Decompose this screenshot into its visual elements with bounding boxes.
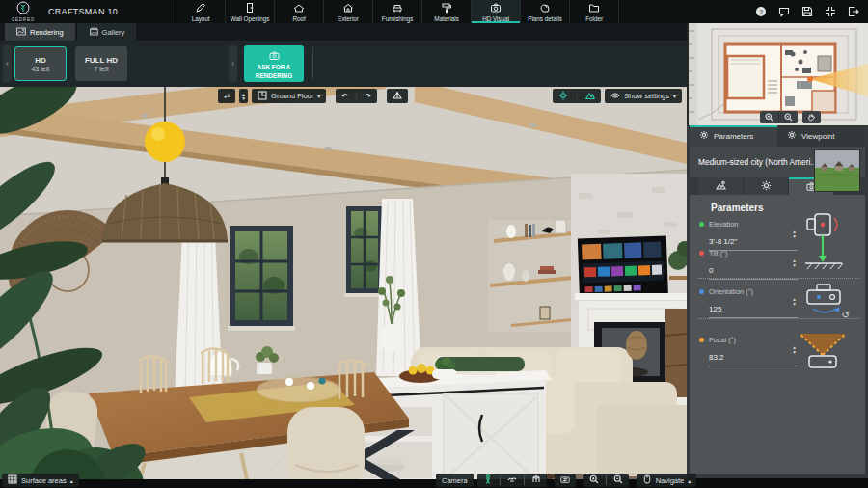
pencil-icon bbox=[195, 2, 206, 14]
save-icon[interactable] bbox=[800, 6, 813, 18]
cedreo-logo-icon bbox=[16, 1, 30, 18]
navigate-dropdown[interactable]: Navigate ▴ bbox=[637, 474, 697, 487]
view-mode-group bbox=[477, 474, 547, 487]
exit-icon[interactable] bbox=[847, 6, 859, 18]
minimap-pan-button[interactable] bbox=[802, 111, 821, 123]
chevron-up-icon: ▴ bbox=[688, 477, 691, 484]
surface-areas-button[interactable]: Surface areas ▴ bbox=[2, 474, 79, 487]
pyramid-icon bbox=[393, 91, 402, 102]
focal-field[interactable]: Focal (°) 83.2▴▾ bbox=[699, 336, 807, 366]
menu-item-plans-details[interactable]: Plans details bbox=[520, 0, 569, 23]
folder-icon bbox=[588, 2, 600, 14]
show-settings-dropdown[interactable]: Show settings ▾ bbox=[605, 89, 682, 103]
tab-gallery[interactable]: Gallery bbox=[77, 23, 137, 41]
tilt-spinner[interactable]: ▴▾ bbox=[793, 258, 796, 267]
svg-text:?: ? bbox=[758, 8, 762, 16]
environment-thumbnail[interactable] bbox=[814, 149, 860, 192]
chevron-down-icon: ▾ bbox=[673, 93, 676, 99]
menu-item-materials[interactable]: Materials bbox=[421, 0, 471, 23]
menu-item-wall-openings[interactable]: Wall Openings bbox=[225, 0, 274, 23]
door-icon bbox=[244, 2, 256, 14]
subtab-environment[interactable] bbox=[698, 177, 744, 195]
floor-selector-dropdown[interactable]: Ground Floor ▾ bbox=[252, 89, 326, 103]
gear-icon bbox=[699, 130, 709, 142]
panel-tabs: Parameters Viewpoint bbox=[690, 125, 865, 147]
minimap-zoom-in-button[interactable] bbox=[760, 111, 778, 123]
environment-toggles: | bbox=[553, 89, 601, 103]
zoom-in-icon[interactable] bbox=[589, 474, 599, 486]
reset-rotation-icon[interactable]: ↺ bbox=[842, 311, 850, 320]
roof-3d-button[interactable] bbox=[387, 89, 408, 103]
orientation-dot bbox=[699, 289, 704, 294]
3d-viewport[interactable]: ⇄ ▴▾ Ground Floor ▾ ↶ | ↷ | bbox=[0, 87, 687, 488]
menu-item-roof[interactable]: Roof bbox=[274, 0, 323, 23]
minimap-zoom-out-button[interactable] bbox=[778, 111, 798, 123]
tab-rendering[interactable]: Rendering bbox=[5, 23, 75, 41]
sun-icon[interactable] bbox=[558, 91, 568, 102]
redo-icon[interactable]: ↷ bbox=[366, 92, 371, 100]
rendering-options-bar: ‹ HD 43 left FULL HD 7 left › ASK FOR A … bbox=[0, 41, 687, 87]
swap-view-button[interactable]: ⇄ bbox=[218, 89, 235, 103]
help-icon[interactable]: ? bbox=[754, 6, 767, 18]
menu-item-folder[interactable]: Folder bbox=[569, 0, 619, 23]
menu-item-furnishings[interactable]: Furnishings bbox=[372, 0, 421, 23]
perspective-view-icon[interactable] bbox=[531, 474, 541, 486]
elevation-spinner[interactable]: ▴▾ bbox=[793, 230, 796, 238]
orientation-field[interactable]: Orientation (°) 125▴▾ bbox=[699, 287, 807, 318]
person-view-icon[interactable] bbox=[483, 474, 493, 486]
view-tabs: Rendering Gallery bbox=[0, 23, 687, 41]
armchair-icon bbox=[392, 2, 403, 14]
menu-item-hd-visual[interactable]: HD Visual bbox=[471, 0, 520, 23]
undo-icon[interactable]: ↶ bbox=[341, 92, 347, 100]
terrain-icon[interactable] bbox=[585, 91, 595, 102]
camera-icon bbox=[490, 2, 502, 14]
house-icon bbox=[342, 2, 354, 14]
environment-selector[interactable]: Medium-sized city (North Ameri... bbox=[690, 147, 865, 177]
floor-plan-minimap[interactable] bbox=[687, 23, 868, 125]
full-hd-resolution-button[interactable]: FULL HD 7 left bbox=[75, 46, 127, 81]
swap-icon: ⇄ bbox=[224, 92, 230, 100]
window-left bbox=[228, 226, 295, 331]
menu-item-exterior[interactable]: Exterior bbox=[323, 0, 372, 23]
floor-spinner-icon: ▴▾ bbox=[242, 93, 245, 100]
cedreo-logo[interactable]: CEDREO bbox=[2, 1, 44, 22]
floor-plan-icon bbox=[258, 91, 267, 102]
mouse-icon bbox=[642, 474, 652, 486]
aerial-view-icon[interactable] bbox=[507, 474, 517, 486]
environment-name: Medium-sized city (North Ameri... bbox=[698, 157, 817, 167]
cedreo-app: CEDREO CRAFTSMAN 10 Layout Wall Openings… bbox=[0, 0, 868, 488]
section-title: Parameters bbox=[711, 203, 763, 213]
paint-roller-icon bbox=[441, 2, 452, 14]
scroll-right-button[interactable]: › bbox=[229, 45, 237, 82]
sun-icon bbox=[761, 177, 772, 195]
viewport-toolbar-right: | Show settings ▾ bbox=[553, 89, 682, 103]
menu-item-layout[interactable]: Layout bbox=[176, 0, 225, 23]
ask-for-rendering-button[interactable]: ASK FOR A RENDERING bbox=[244, 45, 304, 82]
subtab-lighting[interactable] bbox=[744, 177, 789, 195]
camera-position-dot bbox=[807, 76, 813, 82]
tilt-field[interactable]: Tilt (°) 0▴▾ bbox=[699, 249, 807, 280]
orientation-spinner[interactable]: ▴▾ bbox=[793, 297, 796, 306]
comments-icon[interactable] bbox=[777, 6, 790, 18]
zoom-out-icon[interactable] bbox=[613, 474, 623, 486]
divider bbox=[312, 47, 313, 80]
scroll-left-button[interactable]: ‹ bbox=[3, 45, 12, 82]
hd-resolution-button[interactable]: HD 43 left bbox=[14, 46, 67, 81]
camera-switch-button[interactable] bbox=[555, 474, 576, 487]
terrain-pin-icon bbox=[716, 177, 726, 195]
tab-parameters[interactable]: Parameters bbox=[690, 125, 777, 147]
viewport-toolbar-left: ⇄ ▴▾ Ground Floor ▾ ↶ | ↷ bbox=[218, 89, 408, 103]
camera-mode-button[interactable]: Camera bbox=[436, 474, 474, 487]
window-right bbox=[344, 206, 385, 297]
camera-switch-icon bbox=[560, 474, 570, 486]
viewport-bottom-bar: Surface areas ▴ Camera bbox=[0, 473, 687, 487]
gallery-icon bbox=[89, 27, 98, 38]
focal-dot bbox=[699, 338, 704, 342]
elevation-field[interactable]: Elevation 3'-8 1/2"▴▾ bbox=[699, 220, 807, 251]
chevron-up-icon: ▴ bbox=[70, 477, 73, 484]
camera-parameters-panel: Parameters Viewpoint Medium-sized city (… bbox=[687, 125, 868, 478]
floor-stepper[interactable]: ▴▾ bbox=[239, 89, 248, 103]
tilt-dot bbox=[699, 251, 704, 256]
tab-viewpoint[interactable]: Viewpoint bbox=[777, 125, 865, 147]
collapse-icon[interactable] bbox=[824, 6, 836, 18]
